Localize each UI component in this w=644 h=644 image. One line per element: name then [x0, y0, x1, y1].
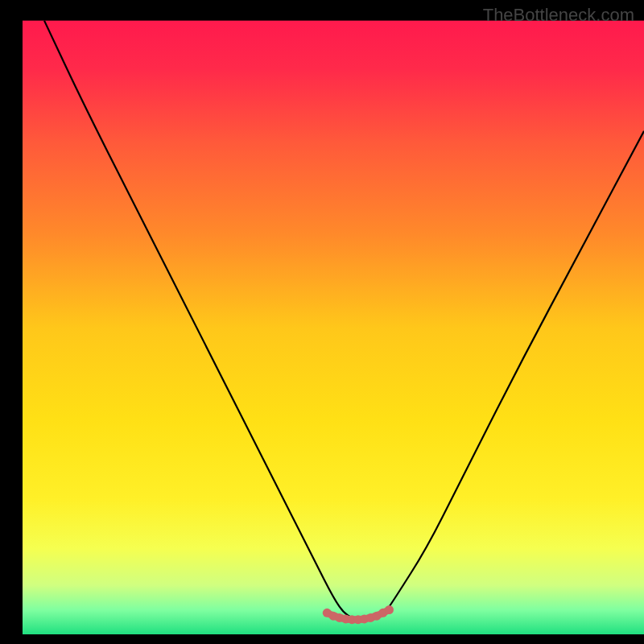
watermark-label: TheBottleneck.com — [483, 5, 634, 26]
bottleneck-chart — [0, 0, 644, 644]
svg-point-10 — [385, 605, 394, 614]
chart-container — [0, 0, 644, 644]
chart-background — [23, 21, 644, 634]
